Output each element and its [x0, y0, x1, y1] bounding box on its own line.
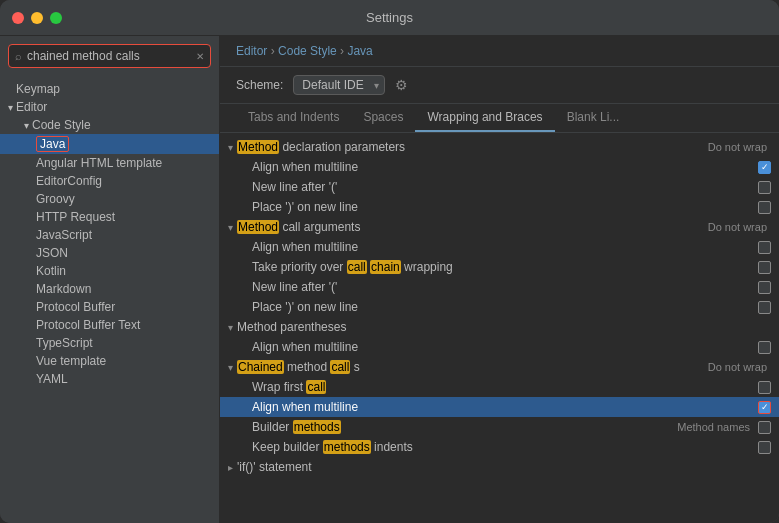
section-if-statement[interactable]: ▸ 'if()' statement: [220, 457, 779, 477]
sidebar-item-typescript[interactable]: TypeScript: [0, 334, 219, 352]
minimize-button[interactable]: [31, 12, 43, 24]
clear-search-button[interactable]: ✕: [196, 51, 204, 62]
sidebar-item-yaml[interactable]: YAML: [0, 370, 219, 388]
highlight-chained: Chained: [237, 360, 284, 374]
row-align-multiline-2[interactable]: Align when multiline: [220, 237, 779, 257]
highlight-call: call: [347, 260, 367, 274]
row-label: Builder methods: [252, 420, 677, 434]
row-wrap-first[interactable]: Wrap first call: [220, 377, 779, 397]
highlight-methods-1: methods: [293, 420, 341, 434]
sidebar-item-java[interactable]: Java: [0, 134, 219, 154]
scheme-select-wrapper[interactable]: Default IDE: [293, 75, 385, 95]
search-icon: ⌕: [15, 50, 22, 62]
maximize-button[interactable]: [50, 12, 62, 24]
section-arrow: ▾: [228, 142, 233, 153]
row-label: New line after '(': [252, 280, 758, 294]
row-align-multiline-3[interactable]: Align when multiline: [220, 337, 779, 357]
row-label: New line after '(': [252, 180, 758, 194]
sidebar-item-javascript[interactable]: JavaScript: [0, 226, 219, 244]
sidebar-item-vue[interactable]: Vue template: [0, 352, 219, 370]
section-method-declaration[interactable]: ▾ Method declaration parameters Do not w…: [220, 137, 779, 157]
highlight-method: Method: [237, 140, 279, 154]
settings-content: ▾ Method declaration parameters Do not w…: [220, 133, 779, 523]
checkbox-newline-2[interactable]: [758, 281, 771, 294]
section-method-parens[interactable]: ▾ Method parentheses: [220, 317, 779, 337]
settings-window: Settings ⌕ ✕ Keymap ▾Editor ▾Code Style …: [0, 0, 779, 523]
row-builder-methods[interactable]: Builder methods Method names: [220, 417, 779, 437]
row-keep-builder[interactable]: Keep builder methods indents: [220, 437, 779, 457]
close-button[interactable]: [12, 12, 24, 24]
breadcrumb: Editor › Code Style › Java: [220, 36, 779, 67]
do-not-wrap-label-2: Do not wrap: [708, 221, 767, 233]
checkbox-align-2[interactable]: [758, 241, 771, 254]
row-label: Align when multiline: [252, 160, 758, 174]
sidebar-item-editorconfig[interactable]: EditorConfig: [0, 172, 219, 190]
main-content: ⌕ ✕ Keymap ▾Editor ▾Code Style Java Angu…: [0, 36, 779, 523]
section-label: 'if()' statement: [237, 460, 312, 474]
tab-spaces[interactable]: Spaces: [351, 104, 415, 132]
right-panel: Editor › Code Style › Java Scheme: Defau…: [220, 36, 779, 523]
search-input[interactable]: [27, 49, 196, 63]
sidebar-item-protobuf[interactable]: Protocol Buffer: [0, 298, 219, 316]
java-label: Java: [36, 136, 69, 152]
highlight-calls: call: [330, 360, 350, 374]
tab-tabs-indents[interactable]: Tabs and Indents: [236, 104, 351, 132]
scheme-gear-icon[interactable]: ⚙: [395, 77, 408, 93]
breadcrumb-code-style: Code Style: [278, 44, 337, 58]
checkbox-wrap-first[interactable]: [758, 381, 771, 394]
checkbox-align-1[interactable]: [758, 161, 771, 174]
section-arrow: ▾: [228, 362, 233, 373]
sidebar-tree: Keymap ▾Editor ▾Code Style Java Angular …: [0, 76, 219, 523]
tabs-bar: Tabs and Indents Spaces Wrapping and Bra…: [220, 104, 779, 133]
highlight-call-2: call: [306, 380, 326, 394]
section-method-call[interactable]: ▾ Method call arguments Do not wrap: [220, 217, 779, 237]
checkbox-align-4[interactable]: [758, 401, 771, 414]
section-label: Chained method call s: [237, 360, 360, 374]
sidebar-item-json[interactable]: JSON: [0, 244, 219, 262]
checkbox-keep-builder[interactable]: [758, 441, 771, 454]
checkbox-priority[interactable]: [758, 261, 771, 274]
row-new-line-1[interactable]: New line after '(': [220, 177, 779, 197]
checkbox-place-1[interactable]: [758, 201, 771, 214]
section-chained-method[interactable]: ▾ Chained method call s Do not wrap: [220, 357, 779, 377]
section-arrow: ▾: [228, 322, 233, 333]
method-names-label: Method names: [677, 421, 750, 433]
sidebar-item-keymap[interactable]: Keymap: [0, 80, 219, 98]
row-new-line-2[interactable]: New line after '(': [220, 277, 779, 297]
section-arrow: ▾: [228, 222, 233, 233]
row-align-multiline-4[interactable]: Align when multiline: [220, 397, 779, 417]
checkbox-place-2[interactable]: [758, 301, 771, 314]
highlight-method-2: Method: [237, 220, 279, 234]
sidebar-item-editor[interactable]: ▾Editor: [0, 98, 219, 116]
tab-blank-lines[interactable]: Blank Li...: [555, 104, 632, 132]
section-arrow: ▸: [228, 462, 233, 473]
search-box[interactable]: ⌕ ✕: [8, 44, 211, 68]
checkbox-align-3[interactable]: [758, 341, 771, 354]
sidebar-item-groovy[interactable]: Groovy: [0, 190, 219, 208]
sidebar-item-code-style[interactable]: ▾Code Style: [0, 116, 219, 134]
row-place-2[interactable]: Place ')' on new line: [220, 297, 779, 317]
sidebar-item-angular[interactable]: Angular HTML template: [0, 154, 219, 172]
checkbox-builder[interactable]: [758, 421, 771, 434]
sidebar-item-http[interactable]: HTTP Request: [0, 208, 219, 226]
sidebar-item-kotlin[interactable]: Kotlin: [0, 262, 219, 280]
row-align-multiline-1[interactable]: Align when multiline: [220, 157, 779, 177]
row-take-priority[interactable]: Take priority over call chain wrapping: [220, 257, 779, 277]
breadcrumb-editor: Editor: [236, 44, 267, 58]
row-label: Place ')' on new line: [252, 300, 758, 314]
sidebar-item-protobuf-text[interactable]: Protocol Buffer Text: [0, 316, 219, 334]
titlebar: Settings: [0, 0, 779, 36]
checkbox-newline-1[interactable]: [758, 181, 771, 194]
scheme-select[interactable]: Default IDE: [293, 75, 385, 95]
scheme-row: Scheme: Default IDE ⚙: [220, 67, 779, 104]
sidebar-item-markdown[interactable]: Markdown: [0, 280, 219, 298]
section-label-suffix: call arguments: [282, 220, 360, 234]
section-label-suffix: declaration parameters: [282, 140, 405, 154]
row-label: Align when multiline: [252, 240, 758, 254]
row-label: Wrap first call: [252, 380, 758, 394]
row-label: Take priority over call chain wrapping: [252, 260, 758, 274]
tab-wrapping-braces[interactable]: Wrapping and Braces: [415, 104, 554, 132]
do-not-wrap-label-1: Do not wrap: [708, 141, 767, 153]
row-place-1[interactable]: Place ')' on new line: [220, 197, 779, 217]
titlebar-buttons: [12, 12, 62, 24]
